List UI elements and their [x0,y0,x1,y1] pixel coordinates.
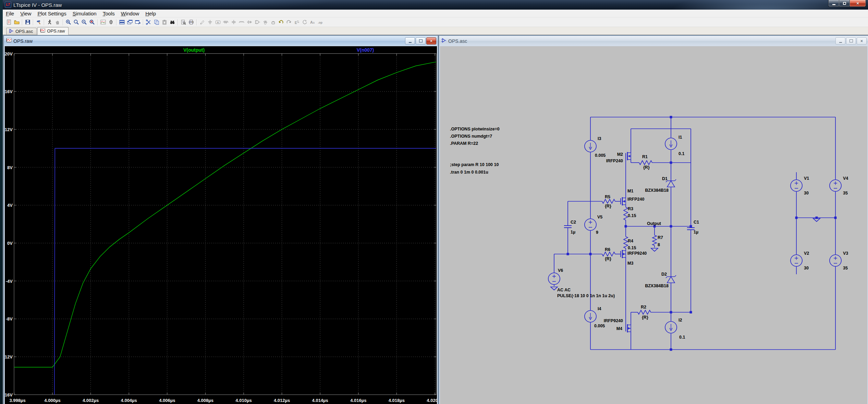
svg-text:R7[interactable]: R7 [658,235,663,240]
svg-text:IRFP9240[interactable]: IRFP9240 [604,318,623,323]
tab-ops.raw[interactable]: OPS.raw [37,27,69,35]
zoom-full-extents-button[interactable] [88,18,96,26]
menu-plot-settings[interactable]: Plot Settings [34,10,69,17]
svg-text:35[interactable]: 35 [843,191,848,195]
svg-text:30[interactable]: 30 [804,266,809,270]
plot-axes-button[interactable] [107,18,115,26]
close-button[interactable]: × [849,0,866,7]
plot-background[interactable] [5,46,437,404]
menu-tools[interactable]: Tools [100,10,118,17]
svg-text:35[interactable]: 35 [843,266,848,270]
zoom-out-button[interactable] [80,18,88,26]
component-V6[interactable]: V6AC ACPULSE(-18 10 0 1n 1n 1u 2u) [548,268,615,298]
component-M1[interactable]: M1IRFP240 [621,189,644,205]
component-R6[interactable]: R6{R} [602,247,615,261]
svg-text:0.005[interactable]: 0.005 [594,324,605,328]
control-panel-button[interactable] [35,18,42,26]
svg-text:{R}[interactable]: {R} [605,256,611,261]
plot-close-button[interactable]: × [426,37,436,45]
menu-view[interactable]: View [17,10,34,17]
spice-directive-text[interactable]: .tran 0 1m 0 0.001u [450,170,488,175]
svg-text:I2[interactable]: I2 [678,318,682,323]
svg-text:R3[interactable]: R3 [628,206,633,211]
svg-text:1µ[interactable]: 1µ [694,230,698,235]
svg-text:R6[interactable]: R6 [605,247,610,252]
legend-V(output)[interactable]: V(output) [183,47,205,53]
component-M2[interactable]: M2IRFP240 [606,152,631,163]
component-D1[interactable]: D1BZX384B18 [645,176,676,193]
svg-text:AC AC[interactable]: AC AC [557,288,571,292]
schem-close-button[interactable]: × [857,37,867,45]
svg-text:1µ[interactable]: 1µ [571,230,575,235]
find-button[interactable] [168,18,176,26]
svg-text:0.1[interactable]: 0.1 [678,151,684,156]
svg-text:{R}[interactable]: {R} [642,315,648,320]
svg-text:IRFP9240[interactable]: IRFP9240 [627,251,647,256]
svg-text:M1[interactable]: M1 [627,189,633,193]
component-V1[interactable]: V130 [791,176,809,195]
cut-button[interactable] [145,18,152,26]
menu-help[interactable]: Help [142,10,159,17]
svg-text:{R}[interactable]: {R} [605,204,611,209]
component-M4[interactable]: IRFP9240M4 [604,318,631,332]
waveform-window-titlebar[interactable]: OPS.raw × [4,36,438,46]
svg-text:V2[interactable]: V2 [804,251,809,256]
print-button[interactable] [187,18,195,26]
plot-minimize-button[interactable] [405,37,415,45]
tile-horizontally-button[interactable] [118,18,126,26]
component-R4[interactable]: R40.15 [624,237,636,250]
autorange-y-axis-button[interactable] [99,18,107,26]
ground-symbol[interactable] [651,248,658,251]
component-R7[interactable]: R78 [652,235,663,247]
menu-window[interactable]: Window [118,10,142,17]
svg-text:V5[interactable]: V5 [597,215,602,219]
component-C1[interactable]: C11µ [687,220,699,235]
menu-file[interactable]: File [3,10,17,17]
svg-text:M3[interactable]: M3 [627,261,633,266]
open-file-button[interactable] [13,18,21,26]
tile-vertically-button[interactable] [126,18,134,26]
component-V3[interactable]: V335 [830,251,848,270]
svg-text:V1[interactable]: V1 [804,176,809,181]
net-label-output[interactable]: Output [647,221,661,226]
tab-ops.asc[interactable]: OPS.asc [6,28,37,35]
zoom-area-button[interactable] [72,18,80,26]
component-R3[interactable]: R30.15 [624,206,636,220]
svg-text:0.15[interactable]: 0.15 [628,245,636,250]
component-D2[interactable]: D2BZX384B18 [645,272,676,288]
svg-text:R4[interactable]: R4 [628,239,633,243]
svg-text:8[interactable]: 8 [658,242,660,247]
svg-text:C1[interactable]: C1 [694,220,699,225]
spice-directive-text[interactable]: .OPTIONS plotwinsize=0 [450,127,500,131]
schem-minimize-button[interactable] [835,37,845,45]
svg-text:IRFP240[interactable]: IRFP240 [606,159,623,163]
svg-text:D1[interactable]: D1 [662,176,668,181]
svg-text:BZX384B18[interactable]: BZX384B18 [645,283,669,288]
svg-text:I1[interactable]: I1 [678,135,682,140]
component-C2[interactable]: C21µ [564,220,576,235]
svg-text:0.005[interactable]: 0.005 [595,153,606,158]
copy-button[interactable] [152,18,160,26]
component-M3[interactable]: IRFP9240M3 [621,250,647,266]
svg-text:D2[interactable]: D2 [661,272,667,277]
component-I2[interactable]: I20.1 [665,318,685,340]
zoom-in-button[interactable] [64,18,72,26]
svg-text:30[interactable]: 30 [804,191,809,195]
component-V2[interactable]: V230 [791,251,809,270]
svg-text:PULSE(-18 10 0 1n 1n 1u 2u)[interactable]: PULSE(-18 10 0 1n 1n 1u 2u) [557,293,615,298]
spice-directive-text[interactable]: ;step param R 10 100 10 [450,162,499,167]
plot-restore-button[interactable] [416,37,426,45]
new-schematic-button[interactable] [5,18,13,26]
minimize-button[interactable] [828,0,839,7]
svg-text:I4[interactable]: I4 [598,306,601,311]
svg-text:{R}[interactable]: {R} [643,165,650,170]
run-simulation-button[interactable] [46,18,53,26]
component-I4[interactable]: I40.005 [585,306,605,328]
schem-maximize-button[interactable] [846,37,856,45]
svg-text:9[interactable]: 9 [596,230,598,235]
svg-text:R1[interactable]: R1 [642,154,648,159]
cascade-windows-button[interactable] [134,18,142,26]
svg-text:IRFP240[interactable]: IRFP240 [627,197,644,202]
svg-text:C2[interactable]: C2 [571,220,576,225]
svg-text:M4[interactable]: M4 [616,326,622,331]
